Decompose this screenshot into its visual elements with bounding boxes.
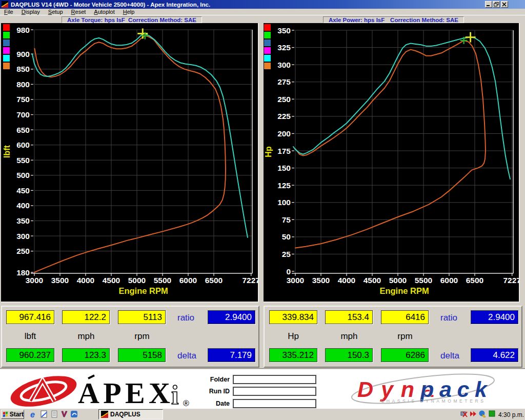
outlook-express-icon[interactable] xyxy=(40,410,48,418)
windows-logo-icon xyxy=(3,411,9,418)
y-tick-label: 250 xyxy=(16,247,30,255)
document-icon[interactable] xyxy=(50,410,58,418)
x-tick-label: 3000 xyxy=(26,276,43,285)
torque-chart[interactable]: 3000350040004500500055006000650072279809… xyxy=(1,23,259,303)
y-tick-label: 75 xyxy=(282,215,291,224)
power-run-cyan xyxy=(293,37,510,179)
torque-marker-rpm: 5158 xyxy=(118,348,166,362)
network-error-icon[interactable] xyxy=(460,410,468,417)
x-tick-label: 6000 xyxy=(179,276,197,285)
y-tick-label: 700 xyxy=(16,110,30,119)
ratio-value: 2.9400 xyxy=(471,310,518,324)
svg-text:e: e xyxy=(30,410,35,418)
svg-text:APEX: APEX xyxy=(78,376,170,408)
runid-input[interactable] xyxy=(233,387,316,396)
window-title: DAQPLUS V14 (4WD - Motor Vehicle 2500+40… xyxy=(11,2,210,8)
legend-swatch xyxy=(264,24,271,31)
update-warning-icon[interactable] xyxy=(479,410,486,417)
mph-unit-label: mph xyxy=(62,331,110,342)
right-chart-header: Axle Power: hps IsF Correction Method: S… xyxy=(323,16,464,23)
y-tick-label: 550 xyxy=(16,156,30,165)
x-tick-label: 7227 xyxy=(503,276,519,285)
legend-swatch xyxy=(264,63,271,69)
date-input[interactable] xyxy=(233,399,316,408)
left-chart-title: Axle Torque: hps IsF xyxy=(67,17,125,23)
y-tick-label: 650 xyxy=(16,126,30,134)
x-tick-label: 3000 xyxy=(287,276,304,285)
dynapack-logo: Dyna pack CHASSIS DYNAMOMETERS xyxy=(346,373,505,407)
x-tick-label: 3500 xyxy=(51,276,69,285)
delta-value: 7.179 xyxy=(208,348,255,362)
torque-marker-value: 960.237 xyxy=(6,348,54,362)
y-tick-label: 25 xyxy=(282,250,291,258)
minimize-button[interactable] xyxy=(485,1,492,8)
menu-reset[interactable]: Reset xyxy=(67,9,90,15)
internet-explorer-icon[interactable]: e xyxy=(30,410,38,418)
y-tick-label: 450 xyxy=(16,186,30,195)
media-player-icon[interactable] xyxy=(60,410,69,418)
menu-autoplot[interactable]: Autoplot xyxy=(90,9,118,15)
y-tick-label: 300 xyxy=(277,61,291,69)
y-tick-label: 350 xyxy=(16,216,30,225)
left-chart-correction: Correction Method: SAE xyxy=(128,17,196,23)
x-tick-label: 5500 xyxy=(415,276,432,285)
y-tick-label: 225 xyxy=(277,112,291,121)
runid-label: Run ID xyxy=(185,388,230,395)
rpm-unit-label: rpm xyxy=(118,331,166,342)
y-tick-label: 0 xyxy=(286,267,291,276)
y-tick-label: 275 xyxy=(277,77,291,86)
menu-help[interactable]: Help xyxy=(119,9,139,15)
x-tick-label: 3500 xyxy=(312,276,330,285)
messenger-icon[interactable] xyxy=(70,410,78,418)
legend-swatch xyxy=(264,55,271,62)
chart-region: Axle Torque: hps IsF Correction Method: … xyxy=(0,15,525,306)
power-marker-rpm: 6286 xyxy=(381,348,429,362)
start-button[interactable]: Start xyxy=(1,410,24,419)
taskbar-daqplus-button[interactable]: DAQPLUS xyxy=(98,409,163,419)
power-marker-value: 335.212 xyxy=(269,348,317,362)
torque-cursor-mph: 122.2 xyxy=(62,310,110,324)
x-tick-label: 6500 xyxy=(466,276,483,285)
power-chart[interactable]: 3000350040004500500055006000650072273503… xyxy=(264,23,520,303)
delta-label: delta xyxy=(177,351,196,361)
delta-label: delta xyxy=(440,351,459,361)
fast-forward-icon[interactable] xyxy=(470,410,477,417)
torque-run-orange xyxy=(34,36,226,272)
y-tick-label: 100 xyxy=(277,198,291,207)
legend-swatch xyxy=(3,39,10,46)
folder-input[interactable] xyxy=(233,375,316,384)
y-tick-label: 180 xyxy=(16,268,30,277)
power-cursor-mph: 153.4 xyxy=(325,310,373,324)
y-tick-label: 325 xyxy=(277,43,291,52)
menu-file[interactable]: File xyxy=(0,9,17,15)
close-button[interactable] xyxy=(501,1,508,8)
menu-setup[interactable]: Setup xyxy=(44,9,67,15)
torque-data-panel: 967.416 122.2 5113 ratio 2.9400 lbft mph… xyxy=(1,306,259,368)
right-chart-title: Axle Power: hps IsF xyxy=(329,17,385,23)
x-axis-label: Engine RPM xyxy=(379,286,429,295)
x-tick-label: 6000 xyxy=(440,276,458,285)
y-axis-label: lbft xyxy=(3,145,11,158)
x-tick-label: 6500 xyxy=(205,276,223,285)
legend-swatch xyxy=(264,47,271,54)
x-axis-label: Engine RPM xyxy=(118,286,168,295)
legend-swatch xyxy=(3,32,10,38)
restore-button[interactable] xyxy=(493,1,500,8)
folder-label: Folder xyxy=(185,376,230,383)
torque-cursor-value: 967.416 xyxy=(6,310,54,324)
power-data-panel: 339.834 153.4 6416 ratio 2.9400 Hp mph r… xyxy=(264,306,522,368)
torque-cursor-rpm: 5113 xyxy=(118,310,166,324)
y-tick-label: 250 xyxy=(277,95,291,104)
y-tick-label: 900 xyxy=(16,50,30,58)
legend-swatch xyxy=(3,47,10,54)
torque-marker-mph: 123.3 xyxy=(62,348,110,362)
right-chart-correction: Correction Method: SAE xyxy=(390,17,458,23)
footer: APEX i ® Folder Run ID Date Dyna pack CH… xyxy=(0,368,525,408)
mph-unit-label: mph xyxy=(325,331,373,342)
y-tick-label: 850 xyxy=(16,65,30,73)
x-tick-label: 5500 xyxy=(154,276,171,285)
green-status-icon[interactable] xyxy=(489,410,496,417)
delta-value: 4.622 xyxy=(471,348,518,362)
menu-display[interactable]: Display xyxy=(17,9,44,15)
legend-swatch xyxy=(3,55,10,62)
